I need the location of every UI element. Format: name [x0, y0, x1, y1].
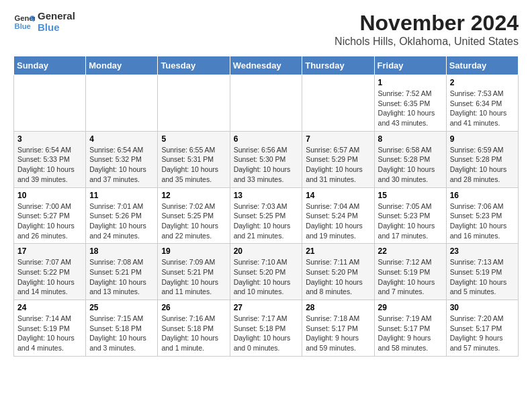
calendar-cell: 27Sunrise: 7:17 AM Sunset: 5:18 PM Dayli…	[230, 300, 302, 357]
month-title: November 2024	[335, 11, 519, 36]
calendar-cell: 4Sunrise: 6:54 AM Sunset: 5:32 PM Daylig…	[86, 131, 158, 187]
day-info: Sunrise: 7:02 AM Sunset: 5:25 PM Dayligh…	[161, 201, 226, 241]
day-info: Sunrise: 7:09 AM Sunset: 5:21 PM Dayligh…	[161, 257, 226, 297]
day-number: 27	[234, 303, 299, 312]
calendar-cell: 23Sunrise: 7:13 AM Sunset: 5:19 PM Dayli…	[446, 244, 518, 300]
day-info: Sunrise: 7:06 AM Sunset: 5:23 PM Dayligh…	[450, 201, 515, 241]
calendar-cell	[86, 75, 158, 132]
day-info: Sunrise: 7:07 AM Sunset: 5:22 PM Dayligh…	[17, 257, 82, 297]
weekday-header-saturday: Saturday	[446, 56, 518, 75]
calendar-cell	[230, 75, 302, 132]
weekday-header-friday: Friday	[374, 56, 446, 75]
day-number: 30	[450, 303, 515, 312]
calendar-cell: 1Sunrise: 7:52 AM Sunset: 6:35 PM Daylig…	[374, 75, 446, 132]
day-number: 18	[89, 246, 154, 256]
day-info: Sunrise: 7:20 AM Sunset: 5:17 PM Dayligh…	[450, 314, 515, 353]
calendar-cell: 3Sunrise: 6:54 AM Sunset: 5:33 PM Daylig…	[14, 131, 86, 187]
day-number: 22	[378, 246, 443, 256]
calendar-week-5: 24Sunrise: 7:14 AM Sunset: 5:19 PM Dayli…	[14, 300, 519, 357]
day-number: 29	[378, 303, 443, 312]
day-number: 5	[161, 134, 226, 144]
day-number: 17	[17, 246, 82, 256]
day-info: Sunrise: 7:14 AM Sunset: 5:19 PM Dayligh…	[17, 314, 82, 353]
calendar-cell: 18Sunrise: 7:08 AM Sunset: 5:21 PM Dayli…	[86, 244, 158, 300]
calendar-cell: 19Sunrise: 7:09 AM Sunset: 5:21 PM Dayli…	[158, 244, 230, 300]
day-number: 12	[161, 191, 226, 200]
weekday-header-row: SundayMondayTuesdayWednesdayThursdayFrid…	[14, 56, 519, 75]
day-info: Sunrise: 7:13 AM Sunset: 5:19 PM Dayligh…	[450, 257, 515, 297]
calendar-cell: 16Sunrise: 7:06 AM Sunset: 5:23 PM Dayli…	[446, 187, 518, 244]
day-info: Sunrise: 7:12 AM Sunset: 5:19 PM Dayligh…	[378, 257, 443, 297]
calendar-cell: 7Sunrise: 6:57 AM Sunset: 5:29 PM Daylig…	[302, 131, 374, 187]
calendar-cell: 25Sunrise: 7:15 AM Sunset: 5:18 PM Dayli…	[86, 300, 158, 357]
calendar-week-2: 3Sunrise: 6:54 AM Sunset: 5:33 PM Daylig…	[14, 131, 519, 187]
day-number: 13	[234, 191, 299, 200]
day-info: Sunrise: 7:11 AM Sunset: 5:20 PM Dayligh…	[306, 257, 370, 297]
day-info: Sunrise: 6:58 AM Sunset: 5:28 PM Dayligh…	[378, 145, 443, 185]
day-number: 19	[161, 246, 226, 256]
calendar-cell	[302, 75, 374, 132]
calendar-cell: 15Sunrise: 7:05 AM Sunset: 5:23 PM Dayli…	[374, 187, 446, 244]
calendar-cell: 28Sunrise: 7:18 AM Sunset: 5:17 PM Dayli…	[302, 300, 374, 357]
day-number: 11	[89, 191, 154, 200]
day-info: Sunrise: 7:00 AM Sunset: 5:27 PM Dayligh…	[17, 201, 82, 241]
calendar-cell: 9Sunrise: 6:59 AM Sunset: 5:28 PM Daylig…	[446, 131, 518, 187]
day-number: 23	[450, 246, 515, 256]
calendar-week-4: 17Sunrise: 7:07 AM Sunset: 5:22 PM Dayli…	[14, 244, 519, 300]
calendar-cell: 17Sunrise: 7:07 AM Sunset: 5:22 PM Dayli…	[14, 244, 86, 300]
day-number: 9	[450, 134, 515, 144]
calendar-cell: 20Sunrise: 7:10 AM Sunset: 5:20 PM Dayli…	[230, 244, 302, 300]
logo-icon: General Blue	[13, 11, 35, 33]
day-info: Sunrise: 7:15 AM Sunset: 5:18 PM Dayligh…	[89, 314, 154, 353]
calendar-cell: 12Sunrise: 7:02 AM Sunset: 5:25 PM Dayli…	[158, 187, 230, 244]
day-number: 6	[234, 134, 299, 144]
calendar-cell: 11Sunrise: 7:01 AM Sunset: 5:26 PM Dayli…	[86, 187, 158, 244]
calendar-cell: 24Sunrise: 7:14 AM Sunset: 5:19 PM Dayli…	[14, 300, 86, 357]
day-info: Sunrise: 6:54 AM Sunset: 5:32 PM Dayligh…	[89, 145, 154, 185]
calendar-cell: 2Sunrise: 7:53 AM Sunset: 6:34 PM Daylig…	[446, 75, 518, 132]
day-info: Sunrise: 6:57 AM Sunset: 5:29 PM Dayligh…	[306, 145, 370, 185]
day-info: Sunrise: 7:19 AM Sunset: 5:17 PM Dayligh…	[378, 314, 443, 353]
calendar-week-1: 1Sunrise: 7:52 AM Sunset: 6:35 PM Daylig…	[14, 75, 519, 132]
day-info: Sunrise: 6:54 AM Sunset: 5:33 PM Dayligh…	[17, 145, 82, 185]
day-info: Sunrise: 6:55 AM Sunset: 5:31 PM Dayligh…	[161, 145, 226, 185]
weekday-header-thursday: Thursday	[302, 56, 374, 75]
day-number: 4	[89, 134, 154, 144]
calendar-cell: 29Sunrise: 7:19 AM Sunset: 5:17 PM Dayli…	[374, 300, 446, 357]
day-info: Sunrise: 7:05 AM Sunset: 5:23 PM Dayligh…	[378, 201, 443, 241]
day-info: Sunrise: 6:59 AM Sunset: 5:28 PM Dayligh…	[450, 145, 515, 185]
day-info: Sunrise: 7:16 AM Sunset: 5:18 PM Dayligh…	[161, 314, 226, 353]
day-number: 24	[17, 303, 82, 312]
weekday-header-sunday: Sunday	[14, 56, 86, 75]
header: General Blue General Blue November 2024 …	[13, 11, 519, 48]
day-info: Sunrise: 7:10 AM Sunset: 5:20 PM Dayligh…	[234, 257, 299, 297]
day-info: Sunrise: 7:01 AM Sunset: 5:26 PM Dayligh…	[89, 201, 154, 241]
calendar-cell: 10Sunrise: 7:00 AM Sunset: 5:27 PM Dayli…	[14, 187, 86, 244]
logo-text-general: General	[38, 11, 75, 22]
svg-text:Blue: Blue	[15, 21, 31, 30]
day-number: 10	[17, 191, 82, 200]
calendar: SundayMondayTuesdayWednesdayThursdayFrid…	[13, 56, 519, 357]
calendar-week-3: 10Sunrise: 7:00 AM Sunset: 5:27 PM Dayli…	[14, 187, 519, 244]
day-number: 21	[306, 246, 370, 256]
calendar-cell: 5Sunrise: 6:55 AM Sunset: 5:31 PM Daylig…	[158, 131, 230, 187]
day-number: 14	[306, 191, 370, 200]
day-number: 2	[450, 78, 515, 87]
day-info: Sunrise: 7:53 AM Sunset: 6:34 PM Dayligh…	[450, 89, 515, 128]
day-info: Sunrise: 7:04 AM Sunset: 5:24 PM Dayligh…	[306, 201, 370, 241]
calendar-cell: 14Sunrise: 7:04 AM Sunset: 5:24 PM Dayli…	[302, 187, 374, 244]
day-number: 28	[306, 303, 370, 312]
weekday-header-monday: Monday	[86, 56, 158, 75]
day-number: 3	[17, 134, 82, 144]
weekday-header-wednesday: Wednesday	[230, 56, 302, 75]
day-info: Sunrise: 7:03 AM Sunset: 5:25 PM Dayligh…	[234, 201, 299, 241]
day-info: Sunrise: 7:18 AM Sunset: 5:17 PM Dayligh…	[306, 314, 370, 353]
day-info: Sunrise: 7:08 AM Sunset: 5:21 PM Dayligh…	[89, 257, 154, 297]
logo-text-blue: Blue	[38, 22, 75, 34]
day-number: 1	[378, 78, 443, 87]
day-info: Sunrise: 7:52 AM Sunset: 6:35 PM Dayligh…	[378, 89, 443, 128]
location-title: Nichols Hills, Oklahoma, United States	[335, 36, 519, 48]
weekday-header-tuesday: Tuesday	[158, 56, 230, 75]
day-number: 20	[234, 246, 299, 256]
calendar-cell	[14, 75, 86, 132]
